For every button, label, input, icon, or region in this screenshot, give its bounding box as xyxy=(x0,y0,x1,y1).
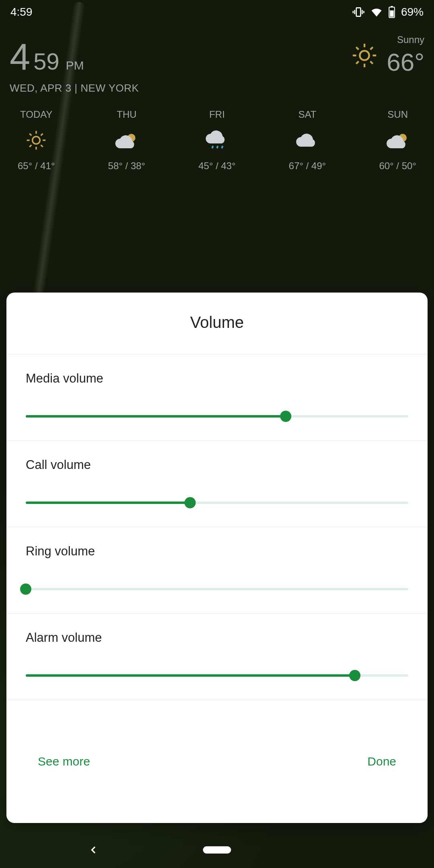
weather-temp: 66° xyxy=(387,48,424,76)
slider-label: Media volume xyxy=(26,371,408,386)
call-volume-slider[interactable] xyxy=(26,498,408,508)
forecast-day: SAT 67° / 49° xyxy=(289,109,326,172)
clock-ampm: PM xyxy=(66,59,84,72)
weather-condition: Sunny xyxy=(387,34,424,45)
svg-rect-3 xyxy=(390,10,394,17)
sun-icon xyxy=(25,127,47,153)
battery-icon xyxy=(388,6,395,18)
dialog-footer: See more Done xyxy=(6,700,428,823)
svg-point-4 xyxy=(360,51,369,60)
forecast-day: SUN 60° / 50° xyxy=(379,109,416,172)
forecast-label: TODAY xyxy=(20,109,52,120)
clock-minute: 59 xyxy=(33,48,59,75)
forecast-day: TODAY 65° / 41° xyxy=(18,109,55,172)
forecast-temps: 58° / 38° xyxy=(108,160,145,172)
forecast-temps: 60° / 50° xyxy=(379,160,416,172)
home-pill[interactable] xyxy=(203,846,231,854)
ring-volume-slider[interactable] xyxy=(26,584,408,594)
partly-sunny-icon xyxy=(385,127,411,153)
media-volume-slider[interactable] xyxy=(26,411,408,421)
forecast-label: SUN xyxy=(387,109,408,120)
date-location: WED, APR 3 | NEW YORK xyxy=(10,82,424,94)
back-icon[interactable] xyxy=(88,845,99,855)
svg-rect-2 xyxy=(391,6,393,7)
forecast-temps: 67° / 49° xyxy=(289,160,326,172)
svg-point-5 xyxy=(33,137,40,144)
forecast-label: SAT xyxy=(298,109,316,120)
forecast-temps: 65° / 41° xyxy=(18,160,55,172)
forecast-row: TODAY 65° / 41° THU 58° / 38° FRI 45° / … xyxy=(10,109,424,172)
slider-label: Ring volume xyxy=(26,544,408,559)
ring-volume-row: Ring volume xyxy=(6,527,428,614)
rain-icon xyxy=(204,127,230,153)
home-widget: 4 59 PM Sunny 66° WED, APR 3 | NEW YORK … xyxy=(10,34,424,172)
forecast-temps: 45° / 43° xyxy=(199,160,236,172)
svg-rect-0 xyxy=(356,8,361,16)
done-button[interactable]: Done xyxy=(367,755,396,768)
status-time: 4:59 xyxy=(10,6,33,18)
call-volume-row: Call volume xyxy=(6,441,428,527)
alarm-volume-row: Alarm volume xyxy=(6,614,428,700)
dialog-header: Volume xyxy=(6,293,428,354)
dialog-title: Volume xyxy=(6,313,428,332)
wifi-icon xyxy=(371,6,383,18)
sun-icon xyxy=(350,41,379,70)
clock: 4 59 PM xyxy=(10,38,84,75)
volume-dialog: Volume Media volume Call volume Ring vol… xyxy=(6,293,428,823)
cloud-icon xyxy=(295,127,320,153)
vibrate-icon xyxy=(352,6,365,18)
nav-bar xyxy=(0,832,434,868)
forecast-day: FRI 45° / 43° xyxy=(199,109,236,172)
media-volume-row: Media volume xyxy=(6,354,428,441)
forecast-label: FRI xyxy=(209,109,225,120)
forecast-day: THU 58° / 38° xyxy=(108,109,145,172)
slider-label: Alarm volume xyxy=(26,631,408,645)
clock-hour: 4 xyxy=(10,38,30,75)
weather-now: Sunny 66° xyxy=(350,34,424,76)
status-battery-pct: 69% xyxy=(401,6,424,18)
slider-label: Call volume xyxy=(26,458,408,472)
forecast-label: THU xyxy=(117,109,136,120)
alarm-volume-slider[interactable] xyxy=(26,671,408,680)
partly-sunny-icon xyxy=(114,127,139,153)
see-more-button[interactable]: See more xyxy=(38,755,90,768)
status-bar: 4:59 69% xyxy=(0,0,434,24)
